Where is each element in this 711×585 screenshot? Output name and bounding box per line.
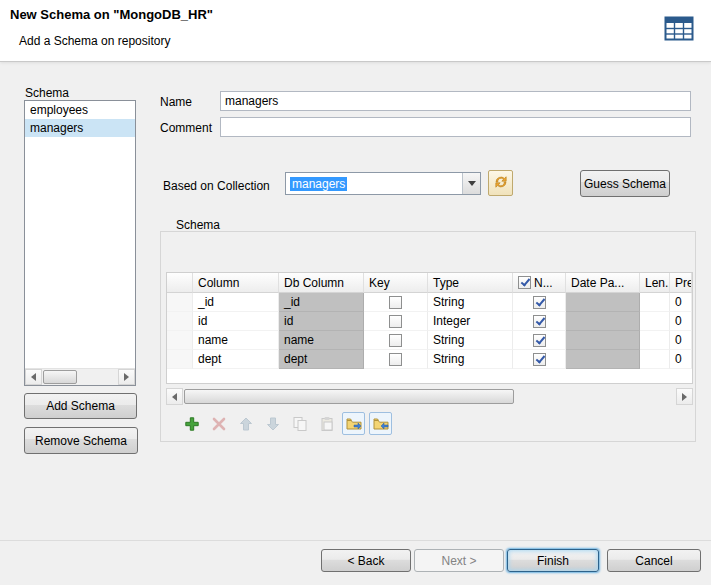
column-header[interactable]: Pre... [670, 273, 692, 293]
nullable-checkbox[interactable] [533, 353, 546, 366]
name-input[interactable] [220, 91, 691, 111]
triangle-left-icon [31, 373, 36, 381]
schema-table-row[interactable]: namenameString0 [167, 331, 692, 350]
table-cell[interactable]: _id [193, 293, 279, 312]
new-schema-dialog: New Schema on "MongoDB_HR" Add a Schema … [0, 0, 711, 585]
schema-table-row[interactable]: deptdeptString0 [167, 350, 692, 369]
comment-input[interactable] [220, 117, 691, 137]
table-cell[interactable] [640, 293, 670, 312]
schema-table-body: _id_idString0ididInteger0namenameString0… [167, 293, 692, 369]
table-cell[interactable] [640, 350, 670, 369]
delete-row-button [207, 412, 230, 435]
table-cell[interactable]: Integer [428, 312, 513, 331]
add-row-button[interactable] [180, 412, 203, 435]
nullable-checkbox[interactable] [533, 315, 546, 328]
combobox-dropdown-button[interactable] [462, 173, 480, 194]
column-header-label: Date Pa... [571, 276, 624, 290]
scroll-right-button[interactable] [118, 369, 135, 385]
table-cell[interactable]: 0 [670, 350, 692, 369]
table-cell[interactable] [364, 293, 428, 312]
table-cell[interactable]: 0 [670, 293, 692, 312]
remove-schema-button[interactable]: Remove Schema [24, 427, 138, 454]
cancel-button[interactable]: Cancel [607, 549, 701, 572]
schema-table-hscrollbar[interactable] [166, 388, 693, 405]
schema-list-item[interactable]: employees [25, 101, 135, 119]
table-cell[interactable]: dept [193, 350, 279, 369]
column-header-label: Column [198, 276, 239, 290]
footer-separator [0, 540, 711, 541]
column-header-label: N... [534, 276, 553, 290]
column-header[interactable]: Key [364, 273, 428, 293]
table-cell[interactable] [364, 312, 428, 331]
column-header[interactable]: Column [193, 273, 279, 293]
table-cell[interactable] [513, 293, 566, 312]
schema-list-item[interactable]: managers [25, 119, 135, 137]
scrollbar-track[interactable] [42, 369, 118, 385]
scroll-left-button[interactable] [25, 369, 42, 385]
table-cell[interactable] [513, 350, 566, 369]
column-header-label: Type [433, 276, 459, 290]
schema-table-row[interactable]: ididInteger0 [167, 312, 692, 331]
scrollbar-thumb[interactable] [43, 370, 77, 384]
arrow-up-icon [238, 416, 254, 432]
select-all-nullable-checkbox[interactable] [518, 276, 531, 289]
guess-schema-button[interactable]: Guess Schema [580, 170, 670, 197]
combobox-value[interactable]: managers [286, 173, 462, 194]
schema-list-label: Schema [25, 86, 69, 100]
paste-button [315, 412, 338, 435]
table-cell[interactable] [640, 312, 670, 331]
table-cell[interactable] [167, 293, 193, 312]
key-checkbox[interactable] [389, 315, 402, 328]
column-header[interactable]: Type [428, 273, 513, 293]
column-header[interactable] [167, 273, 193, 293]
cross-icon [211, 416, 227, 432]
table-cell[interactable]: 0 [670, 312, 692, 331]
scroll-right-button[interactable] [676, 388, 693, 405]
table-cell[interactable]: String [428, 293, 513, 312]
table-cell[interactable] [167, 350, 193, 369]
column-header[interactable]: Date Pa... [566, 273, 640, 293]
add-schema-button[interactable]: Add Schema [24, 393, 137, 419]
table-cell[interactable]: String [428, 331, 513, 350]
copy-icon [292, 416, 308, 432]
paste-icon [319, 416, 335, 432]
table-cell[interactable]: 0 [670, 331, 692, 350]
table-cell[interactable] [167, 331, 193, 350]
nullable-checkbox[interactable] [533, 334, 546, 347]
table-cell[interactable] [640, 331, 670, 350]
key-checkbox[interactable] [389, 296, 402, 309]
table-cell[interactable] [364, 331, 428, 350]
refresh-collections-button[interactable] [488, 170, 513, 196]
scrollbar-thumb[interactable] [184, 389, 514, 404]
scrollbar-track[interactable] [183, 388, 676, 405]
triangle-right-icon [682, 393, 687, 401]
schema-table-row[interactable]: _id_idString0 [167, 293, 692, 312]
scroll-left-button[interactable] [166, 388, 183, 405]
table-cell [566, 293, 640, 312]
key-checkbox[interactable] [389, 334, 402, 347]
table-cell[interactable] [364, 350, 428, 369]
key-checkbox[interactable] [389, 353, 402, 366]
export-schema-button[interactable] [342, 412, 365, 435]
table-cell[interactable]: name [193, 331, 279, 350]
table-cell[interactable] [513, 331, 566, 350]
table-cell [566, 350, 640, 369]
column-header-label: Db Column [284, 276, 344, 290]
import-schema-button[interactable] [369, 412, 392, 435]
nullable-checkbox[interactable] [533, 296, 546, 309]
name-label: Name [160, 95, 192, 109]
collection-label: Based on Collection [163, 179, 270, 193]
collection-combobox[interactable]: managers [285, 172, 481, 195]
finish-button[interactable]: Finish [507, 549, 599, 572]
back-button[interactable]: < Back [321, 549, 411, 572]
table-cell[interactable]: id [193, 312, 279, 331]
move-up-button [234, 412, 257, 435]
table-cell[interactable] [167, 312, 193, 331]
schema-toolbar [180, 412, 392, 435]
column-header[interactable]: Len... [640, 273, 670, 293]
table-cell[interactable] [513, 312, 566, 331]
column-header[interactable]: N... [513, 273, 566, 293]
table-cell[interactable]: String [428, 350, 513, 369]
schema-list-hscrollbar[interactable] [25, 368, 135, 385]
column-header[interactable]: Db Column [279, 273, 364, 293]
